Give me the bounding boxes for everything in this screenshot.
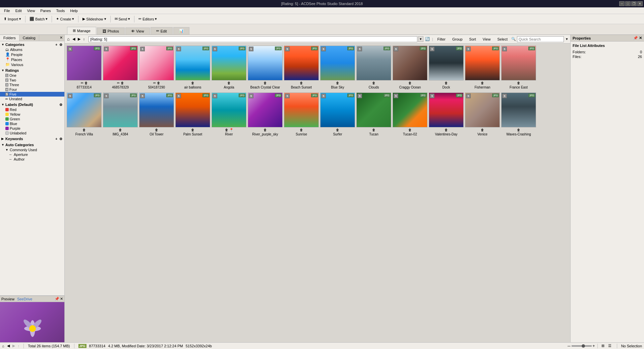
thumb-item-Venice[interactable]: 5JPG🗑Venice <box>464 92 501 139</box>
trash-icon[interactable]: 🗑 <box>191 81 194 85</box>
trash-icon[interactable]: 🗑 <box>191 128 194 132</box>
thumb-item-IMG_4384[interactable]: 5JPG🗑IMG_4384 <box>102 92 138 139</box>
trash-icon[interactable]: 🗑 <box>264 128 267 132</box>
zoom-out-btn[interactable]: ─ <box>568 344 571 348</box>
rating-four[interactable]: 4 Four <box>0 87 64 92</box>
rating-three[interactable]: 3 Three <box>0 82 64 87</box>
keywords-expand[interactable]: ▶ <box>1 137 5 140</box>
view-btn[interactable]: View <box>480 36 494 42</box>
trash-icon[interactable]: 🗑 <box>119 128 122 132</box>
slideshow-button[interactable]: ▶ Slideshow ▾ <box>80 16 108 22</box>
trash-icon[interactable]: 🗑 <box>300 81 303 85</box>
search-input[interactable] <box>517 36 564 42</box>
thumb-item-Valentines-Day[interactable]: 5JPG🗑Valentines-Day <box>428 92 464 139</box>
auto-aperture[interactable]: ─ Aperture <box>0 152 64 157</box>
preview-close[interactable]: ✕ <box>60 297 63 301</box>
thumb-item-Tucan-02[interactable]: 5JPG🗑Tucan-02 <box>392 92 428 139</box>
auto-commonly-used[interactable]: ▼ Commonly Used <box>0 148 64 152</box>
trash-icon[interactable]: 🗑 <box>481 81 484 85</box>
category-albums[interactable]: 🗂 Albums <box>0 47 64 52</box>
thumb-item-Beach-Crystal-Clear[interactable]: 5JPG🗑Beach Crystal Clear <box>247 45 283 92</box>
filter-btn[interactable]: Filter <box>434 36 449 42</box>
trash-icon[interactable]: 🗑 <box>408 128 412 132</box>
label-purple[interactable]: Purple <box>0 126 64 131</box>
ratings-header[interactable]: ▼ Ratings <box>0 68 64 73</box>
thumb-item-Dock[interactable]: 5JPG🗑Dock <box>428 45 464 92</box>
label-green[interactable]: Green <box>0 117 64 121</box>
trash-icon[interactable]: 🗑 <box>445 81 448 85</box>
thumb-item-Waves-Crashing[interactable]: 5JPG🗑Waves-Crashing <box>501 92 537 139</box>
trash-icon[interactable]: 🗑 <box>225 128 228 132</box>
thumb-item-Tucan[interactable]: 5JPG🗑Tucan <box>356 92 392 139</box>
thumb-item-Sunrise[interactable]: 5JPG🗑Sunrise <box>283 92 319 139</box>
thumb-item-504187290[interactable]: 5JPG✏🗑504187290 <box>138 45 175 92</box>
trash-icon[interactable]: 🗑 <box>481 128 484 132</box>
trash-icon[interactable]: 🗑 <box>445 128 448 132</box>
category-various[interactable]: 📁 Various <box>0 62 64 67</box>
ratings-expand[interactable]: ▼ <box>1 69 5 72</box>
status-nav-up[interactable]: ↑ <box>18 344 20 348</box>
restore-button[interactable]: ❐ <box>631 1 637 6</box>
view-detail-btn[interactable]: ☰ <box>607 343 613 349</box>
auto-categories-header[interactable]: ▼ Auto Categories <box>0 142 64 148</box>
create-button[interactable]: ✦ Create ▾ <box>54 16 76 22</box>
label-unlabeled[interactable]: Unlabeled <box>0 131 64 135</box>
thumb-item-River[interactable]: 5JPG🗑📍River <box>211 92 247 139</box>
pencil-icon[interactable]: ✏ <box>81 81 83 85</box>
maximize-button[interactable]: □ <box>625 1 631 6</box>
tab-view[interactable]: 👁 View <box>125 27 150 35</box>
thumb-item-Clouds[interactable]: 5JPG🗑Clouds <box>356 45 392 92</box>
thumb-item-Angola[interactable]: 5JPG🗑Angola <box>211 45 247 92</box>
labels-expand[interactable]: ▼ <box>1 103 5 106</box>
label-red[interactable]: Red <box>0 107 64 112</box>
thumb-item-Fisherman[interactable]: 5JPG🗑Fisherman <box>464 45 501 92</box>
thumb-item-air-balloons[interactable]: 5JPG🗑air balloons <box>175 45 211 92</box>
batch-button[interactable]: ⬛ Batch ▾ <box>27 16 50 22</box>
view-grid-btn[interactable]: ⊞ <box>600 343 606 349</box>
trash-icon[interactable]: 🗑 <box>336 128 339 132</box>
search-dropdown[interactable]: ▾ <box>565 37 569 42</box>
menu-file[interactable]: File <box>1 7 13 14</box>
trash-icon[interactable]: 🗑 <box>408 81 412 85</box>
nav-back[interactable]: ◀ <box>71 37 76 42</box>
folders-tab[interactable]: Folders <box>0 35 19 41</box>
nav-up[interactable]: ↑ <box>82 37 86 42</box>
trash-icon[interactable]: 🗑 <box>372 81 375 85</box>
trash-icon[interactable]: 🗑 <box>264 81 267 85</box>
zoom-slider[interactable] <box>572 345 592 347</box>
trash-icon[interactable]: 🗑 <box>227 81 231 85</box>
thumb-item-87733314[interactable]: 5JPG✏🗑87733314 <box>66 45 102 92</box>
auto-author[interactable]: ─ Author <box>0 157 64 162</box>
thumb-item-Oil-Tower[interactable]: 5JPG🗑Oil Tower <box>138 92 175 139</box>
tab-edit[interactable]: ✏ Edit <box>151 27 173 35</box>
thumb-item-Beach-Sunset[interactable]: 5JPG🗑Beach Sunset <box>283 45 319 92</box>
trash-icon[interactable]: 🗑 <box>517 128 520 132</box>
nav-forward[interactable]: ▶ <box>77 37 81 42</box>
thumb-item-Blue-Sky[interactable]: 5JPG🗑Blue Sky <box>319 45 356 92</box>
trash-icon[interactable]: 🗑 <box>300 128 303 132</box>
trash-icon[interactable]: 🗑 <box>336 81 339 85</box>
pencil-icon[interactable]: ✏ <box>117 81 120 85</box>
pin-icon[interactable]: 📍 <box>229 128 233 132</box>
rating-five[interactable]: 5 Five <box>0 92 64 97</box>
editors-button[interactable]: ✏ Editors ▾ <box>136 16 159 22</box>
thumb-item-468578329[interactable]: 5JPG✏🗑468578329 <box>102 45 138 92</box>
keywords-menu[interactable]: ⚙ <box>59 137 63 141</box>
tab-photos[interactable]: 🖼 Photos <box>97 27 125 35</box>
menu-help[interactable]: Help <box>67 7 80 14</box>
zoom-in-btn[interactable]: + <box>593 344 595 348</box>
rating-one[interactable]: 1 One <box>0 73 64 78</box>
thumbnail-grid[interactable]: 5JPG✏🗑877333145JPG✏🗑4685783295JPG✏🗑50418… <box>65 44 570 342</box>
select-btn[interactable]: Select <box>494 36 511 42</box>
menu-panes[interactable]: Panes <box>38 7 53 14</box>
labels-settings[interactable]: ⚙ <box>59 103 63 107</box>
trash-icon[interactable]: 🗑 <box>372 128 375 132</box>
menu-tools[interactable]: Tools <box>54 7 68 14</box>
refresh-btn[interactable]: 🔄 <box>424 37 431 42</box>
menu-edit[interactable]: Edit <box>13 7 24 14</box>
trash-icon[interactable]: 🗑 <box>517 81 520 85</box>
search-icon[interactable]: 🔍 <box>511 37 516 41</box>
left-panel-close[interactable]: ✕ <box>58 35 64 41</box>
trash-icon[interactable]: 🗑 <box>157 81 160 85</box>
tab-manage[interactable]: ⊞ Manage <box>67 27 96 35</box>
